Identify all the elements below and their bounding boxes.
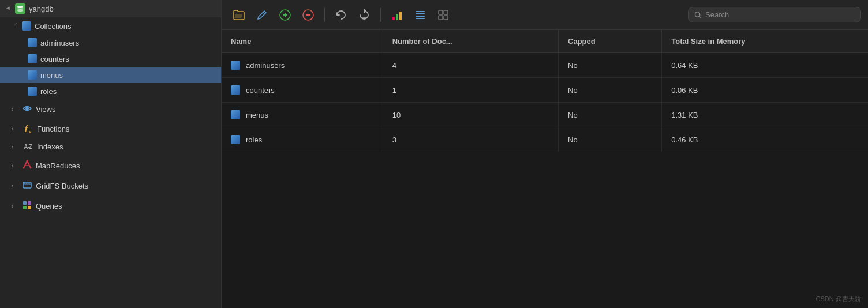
queries-chevron: ›: [12, 203, 18, 209]
cell-name: roles: [222, 127, 383, 152]
table-row[interactable]: menus 10 No 1.31 KB: [222, 103, 868, 127]
svg-rect-12: [23, 206, 27, 209]
sidebar-child-counters[interactable]: counters: [0, 51, 221, 67]
data-table: Name Number of Doc... Capped Total Size …: [222, 30, 868, 152]
svg-point-8: [24, 183, 25, 184]
refresh-button[interactable]: [331, 5, 351, 25]
cell-capped: No: [559, 53, 662, 78]
mapreduces-label: MapReduces: [36, 161, 80, 170]
toolbar: [222, 0, 868, 30]
sidebar-item-queries[interactable]: › Queries: [0, 196, 221, 216]
cell-capped: No: [559, 127, 662, 152]
collections-item[interactable]: › Collections: [0, 17, 221, 35]
cell-capped: No: [559, 103, 662, 127]
collections-cube-icon: [22, 21, 31, 31]
open-button[interactable]: [229, 5, 249, 25]
cell-numdocs: 3: [383, 127, 558, 152]
cell-size: 0.06 KB: [662, 78, 868, 103]
svg-rect-22: [416, 18, 425, 19]
row-name-label: menus: [246, 111, 268, 119]
watermark: CSDN @曹天骄: [816, 295, 861, 303]
main-area: Name Number of Doc... Capped Total Size …: [222, 0, 868, 308]
search-input[interactable]: [705, 10, 855, 19]
table-row[interactable]: counters 1 No 0.06 KB: [222, 78, 868, 103]
search-icon: [694, 11, 702, 19]
list-view-button[interactable]: [410, 5, 431, 25]
svg-rect-13: [28, 206, 31, 209]
divider-1: [324, 8, 325, 22]
row-name-label: roles: [246, 136, 262, 144]
svg-rect-17: [396, 14, 398, 20]
sidebar-child-adminusers[interactable]: adminusers: [0, 35, 221, 51]
sidebar-item-functions[interactable]: › ƒx Functions: [0, 119, 221, 138]
export-button[interactable]: [354, 5, 375, 25]
svg-rect-10: [23, 201, 27, 205]
menus-label: menus: [40, 71, 63, 80]
svg-point-2: [17, 9, 23, 12]
mapreduces-chevron: ›: [12, 163, 18, 169]
indexes-label: Indexes: [37, 142, 63, 151]
sidebar-child-menus[interactable]: menus: [0, 67, 221, 83]
db-name-label: yangdb: [29, 5, 54, 13]
sidebar-item-views[interactable]: › Views: [0, 99, 221, 119]
svg-rect-18: [399, 12, 402, 20]
functions-label: Functions: [37, 125, 69, 133]
edit-button[interactable]: [252, 5, 272, 25]
search-bar: [688, 7, 861, 22]
sidebar-item-indexes[interactable]: › A-Z Indexes: [0, 138, 221, 155]
counters-label: counters: [40, 55, 69, 63]
svg-rect-16: [392, 17, 395, 20]
svg-rect-26: [444, 16, 448, 20]
cell-name: adminusers: [222, 53, 383, 78]
svg-rect-24: [444, 10, 448, 14]
functions-chevron: ›: [12, 126, 18, 132]
row-icon: [231, 110, 240, 119]
db-row[interactable]: ▼ yangdb: [0, 0, 221, 17]
remove-button[interactable]: [298, 5, 319, 25]
svg-point-4: [23, 167, 25, 169]
roles-icon: [28, 87, 37, 96]
svg-point-5: [30, 167, 32, 169]
collections-section: › Collections adminusers counters menus …: [0, 17, 221, 99]
svg-point-6: [27, 160, 28, 162]
views-icon: [22, 103, 32, 115]
collections-label: Collections: [35, 22, 72, 31]
cell-numdocs: 4: [383, 53, 558, 78]
row-icon: [231, 61, 240, 70]
row-name-label: adminusers: [246, 61, 285, 70]
cell-size: 0.64 KB: [662, 53, 868, 78]
divider-2: [380, 8, 381, 22]
indexes-chevron: ›: [12, 144, 18, 150]
adminusers-label: adminusers: [40, 39, 79, 47]
table-row[interactable]: adminusers 4 No 0.64 KB: [222, 53, 868, 78]
roles-label: roles: [40, 87, 57, 96]
cell-capped: No: [559, 78, 662, 103]
db-chevron: ▼: [5, 5, 12, 12]
svg-point-3: [25, 107, 29, 110]
collections-table: Name Number of Doc... Capped Total Size …: [222, 30, 868, 308]
table-row[interactable]: roles 3 No 0.46 KB: [222, 127, 868, 152]
sidebar-item-mapreduces[interactable]: › MapReduces: [0, 155, 221, 176]
cell-numdocs: 1: [383, 78, 558, 103]
cell-size: 0.46 KB: [662, 127, 868, 152]
col-name: Name: [222, 30, 383, 53]
grid-view-button[interactable]: [433, 5, 454, 25]
svg-rect-23: [439, 10, 443, 14]
table-header-row: Name Number of Doc... Capped Total Size …: [222, 30, 868, 53]
functions-icon: ƒx: [22, 123, 33, 134]
add-button[interactable]: [275, 5, 295, 25]
chart-button[interactable]: [387, 5, 407, 25]
row-icon: [231, 85, 240, 95]
svg-rect-19: [416, 11, 425, 12]
collections-chevron: ›: [12, 22, 18, 29]
counters-icon: [28, 54, 37, 63]
cell-numdocs: 10: [383, 103, 558, 127]
cell-name: counters: [222, 78, 383, 103]
col-size: Total Size in Memory: [662, 30, 868, 53]
mapreduces-icon: [22, 159, 32, 172]
queries-icon: [22, 200, 32, 212]
sidebar-item-gridfs[interactable]: › GridFS Buckets: [0, 176, 221, 196]
queries-label: Queries: [36, 202, 62, 211]
adminusers-icon: [28, 38, 37, 47]
sidebar-child-roles[interactable]: roles: [0, 83, 221, 99]
